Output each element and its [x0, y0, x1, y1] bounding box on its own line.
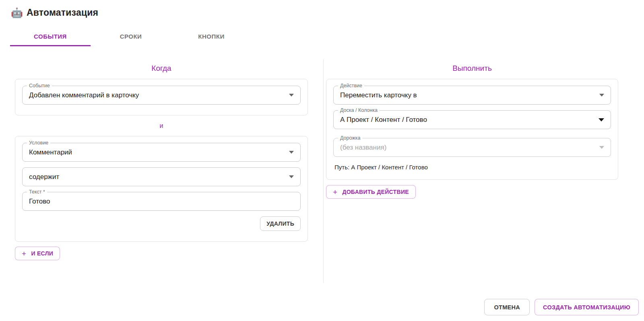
event-select-value: Добавлен комментарий в карточку — [29, 91, 139, 99]
board-column-select-label: Доска / Колонка — [338, 107, 380, 113]
tab-label: КНОПКИ — [198, 33, 224, 40]
create-automation-button[interactable]: СОЗДАТЬ АВТОМАТИЗАЦИЮ — [535, 299, 639, 315]
robot-icon: 🤖 — [11, 8, 23, 18]
add-condition-button[interactable]: + И ЕСЛИ — [15, 247, 60, 260]
page-title: Автоматизация — [27, 7, 98, 18]
and-connector: и — [15, 122, 308, 130]
plus-icon: + — [22, 250, 26, 257]
event-select[interactable]: Событие Добавлен комментарий в карточку — [22, 86, 301, 105]
dialog-footer: ОТМЕНА СОЗДАТЬ АВТОМАТИЗАЦИЮ — [484, 299, 639, 315]
when-event-card: Событие Добавлен комментарий в карточку — [15, 79, 308, 115]
delete-row: УДАЛИТЬ — [22, 216, 301, 231]
when-column: Когда Событие Добавлен комментарий в кар… — [0, 59, 323, 260]
event-select-label: Событие — [27, 83, 52, 89]
add-action-label: ДОБАВИТЬ ДЕЙСТВИЕ — [342, 189, 409, 195]
lane-select: Дорожка (без названия) — [333, 138, 611, 157]
chevron-down-icon — [599, 118, 604, 121]
tab-label: СОБЫТИЯ — [34, 33, 67, 40]
action-select-value: Переместить карточку в — [340, 91, 417, 99]
lane-select-value: (без названия) — [340, 144, 386, 152]
chevron-down-icon — [599, 94, 604, 97]
tab-terms[interactable]: СРОКИ — [91, 28, 171, 46]
action-select[interactable]: Действие Переместить карточку в — [333, 86, 611, 105]
add-condition-row: + И ЕСЛИ — [15, 247, 308, 260]
text-field-label: Текст * — [27, 189, 47, 195]
add-condition-label: И ЕСЛИ — [31, 250, 53, 257]
when-heading: Когда — [15, 64, 308, 73]
add-action-row: + ДОБАВИТЬ ДЕЙСТВИЕ — [326, 185, 618, 199]
path-note: Путь: А Проект / Контент / Готово — [334, 164, 611, 171]
operator-select-value: содержит — [29, 173, 59, 181]
cancel-button[interactable]: ОТМЕНА — [484, 299, 530, 315]
text-input[interactable] — [29, 198, 294, 206]
delete-condition-button[interactable]: УДАЛИТЬ — [260, 216, 301, 231]
condition-select-label: Условие — [27, 140, 50, 146]
when-condition-card: Условие Комментарий содержит Текст * УДА… — [15, 136, 308, 242]
lane-select-label: Дорожка — [338, 135, 362, 141]
plus-icon: + — [333, 188, 337, 196]
action-card: Действие Переместить карточку в Доска / … — [326, 79, 618, 180]
tab-bar: СОБЫТИЯ СРОКИ КНОПКИ — [10, 28, 644, 46]
operator-select[interactable]: содержит — [22, 167, 301, 186]
chevron-down-icon — [289, 151, 294, 154]
tab-buttons[interactable]: КНОПКИ — [171, 28, 252, 46]
add-action-button[interactable]: + ДОБАВИТЬ ДЕЙСТВИЕ — [326, 185, 416, 199]
board-column-select-value: А Проект / Контент / Готово — [340, 116, 427, 124]
chevron-down-icon — [289, 175, 294, 178]
condition-select-value: Комментарий — [29, 148, 72, 156]
action-select-label: Действие — [338, 83, 364, 89]
tab-label: СРОКИ — [120, 33, 142, 40]
text-field-wrapper: Текст * — [22, 192, 301, 211]
chevron-down-icon — [289, 94, 294, 97]
do-column: Выполнить Действие Переместить карточку … — [326, 59, 618, 199]
do-heading: Выполнить — [326, 64, 618, 73]
condition-select[interactable]: Условие Комментарий — [22, 143, 301, 162]
board-column-select[interactable]: Доска / Колонка А Проект / Контент / Гот… — [333, 110, 611, 129]
dialog-header: 🤖 Автоматизация — [0, 0, 644, 18]
automation-form: Когда Событие Добавлен комментарий в кар… — [0, 59, 644, 283]
column-divider — [323, 59, 324, 283]
tab-events[interactable]: СОБЫТИЯ — [10, 28, 91, 46]
chevron-down-icon — [599, 146, 604, 149]
